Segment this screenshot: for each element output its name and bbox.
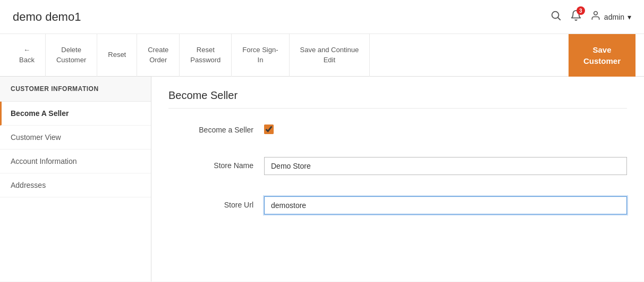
- back-button[interactable]: ← Back: [9, 34, 46, 77]
- content-area: Become Seller Become a Seller Store Name…: [151, 77, 644, 281]
- user-icon: [590, 10, 601, 23]
- force-signin-label: Force Sign-In: [242, 45, 278, 64]
- notification-badge: 3: [577, 6, 585, 15]
- reset-label: Reset: [108, 50, 126, 60]
- sidebar-item-label: Account Information: [11, 157, 77, 165]
- toolbar: ← Back DeleteCustomer Reset CreateOrder …: [0, 34, 644, 77]
- notifications-button[interactable]: 3: [570, 10, 582, 24]
- header-actions: 3 admin ▾: [550, 10, 631, 24]
- sidebar-item-addresses[interactable]: Addresses: [0, 173, 151, 197]
- become-seller-row: Become a Seller: [168, 117, 627, 140]
- admin-user-menu[interactable]: admin ▾: [590, 10, 631, 23]
- svg-point-2: [594, 12, 598, 15]
- store-url-label: Store Url: [168, 196, 264, 209]
- search-icon: [550, 10, 562, 24]
- reset-password-label: ResetPassword: [190, 45, 221, 64]
- reset-password-button[interactable]: ResetPassword: [180, 34, 232, 77]
- store-name-label: Store Name: [168, 157, 264, 170]
- store-name-row: Store Name: [168, 153, 627, 179]
- force-signin-button[interactable]: Force Sign-In: [232, 34, 289, 77]
- create-order-label: CreateOrder: [148, 45, 168, 64]
- sidebar-item-label: Become A Seller: [11, 109, 69, 118]
- store-name-input[interactable]: [264, 157, 627, 175]
- main-layout: CUSTOMER INFORMATION Become A Seller Cus…: [0, 77, 644, 281]
- back-label: Back: [19, 55, 35, 65]
- store-name-control: [264, 157, 627, 175]
- reset-button[interactable]: Reset: [97, 34, 137, 77]
- svg-point-0: [552, 12, 559, 19]
- admin-label: admin: [604, 13, 624, 21]
- store-url-input[interactable]: [264, 196, 627, 214]
- save-customer-button[interactable]: SaveCustomer: [569, 34, 635, 77]
- save-continue-label: Save and ContinueEdit: [300, 46, 359, 63]
- store-url-row: Store Url: [168, 192, 627, 219]
- search-button[interactable]: [550, 10, 562, 24]
- sidebar-item-become-seller[interactable]: Become A Seller: [0, 102, 151, 126]
- sidebar-section-header: CUSTOMER INFORMATION: [0, 77, 151, 102]
- sidebar-item-customer-view[interactable]: Customer View: [0, 126, 151, 150]
- create-order-button[interactable]: CreateOrder: [137, 34, 180, 77]
- save-customer-label: SaveCustomer: [583, 45, 621, 65]
- sidebar-item-account-information[interactable]: Account Information: [0, 150, 151, 173]
- dropdown-icon: ▾: [628, 13, 631, 21]
- become-seller-control: [264, 121, 627, 136]
- section-title: Become Seller: [168, 89, 627, 109]
- store-url-control: [264, 196, 627, 214]
- svg-line-1: [558, 18, 560, 20]
- delete-customer-button[interactable]: DeleteCustomer: [46, 34, 97, 77]
- become-seller-label: Become a Seller: [168, 121, 264, 134]
- become-seller-checkbox[interactable]: [264, 125, 274, 134]
- delete-label: DeleteCustomer: [56, 45, 86, 64]
- sidebar-item-label: Addresses: [11, 181, 46, 189]
- sidebar: CUSTOMER INFORMATION Become A Seller Cus…: [0, 77, 151, 281]
- save-continue-button[interactable]: Save and ContinueEdit: [290, 34, 370, 77]
- back-arrow-icon: ←: [23, 45, 30, 55]
- page-title: demo demo1: [13, 10, 81, 24]
- sidebar-item-label: Customer View: [11, 133, 61, 142]
